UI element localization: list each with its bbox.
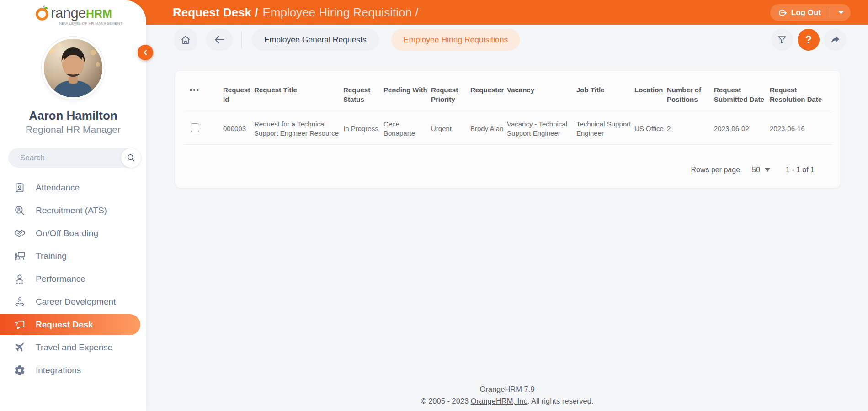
filter-icon xyxy=(777,34,788,45)
footer-copyright: © 2005 - 2023 OrangeHRM, Inc. All rights… xyxy=(146,395,868,407)
table-header-row: ••• Request Id Request Title Request Sta… xyxy=(175,71,840,113)
footer-version: OrangeHRM 7.9 xyxy=(146,383,868,395)
rows-per-page-select[interactable]: 50 xyxy=(752,166,770,174)
sidebar-item-label: Performance xyxy=(36,274,85,284)
cell-job-title: Technical Support Engineer xyxy=(576,120,634,138)
sidebar-item-training[interactable]: Training xyxy=(0,245,146,268)
chevron-left-icon xyxy=(141,48,149,57)
sidebar-item-label: On/Off Boarding xyxy=(36,228,98,238)
onboarding-handshake-icon xyxy=(14,227,26,239)
col-header-request-title: Request Title xyxy=(254,85,343,104)
col-header-request-status: Request Status xyxy=(343,85,383,104)
chevron-down-icon xyxy=(765,168,770,172)
footer: OrangeHRM 7.9 © 2005 - 2023 OrangeHRM, I… xyxy=(146,383,868,407)
tab-employee-hiring-requisitions[interactable]: Employee Hiring Requisitions xyxy=(391,29,521,51)
col-header-request-submitted-date: Request Submitted Date xyxy=(714,85,770,104)
logo-tagline: NEW LEVEL OF HR MANAGEMENT xyxy=(59,21,122,26)
breadcrumb: Request Desk / Employee Hiring Requisiti… xyxy=(173,0,418,25)
toolbar-divider xyxy=(241,31,242,48)
sidebar-item-label: Request Desk xyxy=(36,320,93,330)
home-icon xyxy=(180,34,191,45)
logout-label: Log Out xyxy=(791,8,821,17)
logout-button[interactable]: Log Out xyxy=(770,4,851,21)
sidebar-item-travel-and-expense[interactable]: Travel and Expense xyxy=(0,336,146,359)
logo-row: range HRM xyxy=(34,5,112,21)
sidebar-item-integrations[interactable]: Integrations xyxy=(0,359,146,382)
training-icon xyxy=(14,250,26,262)
cell-pending-with: Cece Bonaparte xyxy=(383,120,431,138)
orangehrm-inc-link[interactable]: OrangeHRM, Inc xyxy=(471,397,527,405)
page-title: Request Desk / xyxy=(173,5,258,20)
sidebar-item-attendance[interactable]: Attendance xyxy=(0,176,146,199)
question-mark-icon: ? xyxy=(805,34,812,46)
attendance-icon xyxy=(14,182,26,194)
user-role: Regional HR Manager xyxy=(0,124,146,135)
recruitment-icon xyxy=(14,205,26,216)
toolbar: Employee General Requests Employee Hirin… xyxy=(174,29,520,51)
travel-plane-icon xyxy=(14,342,26,353)
col-header-location: Location xyxy=(634,85,667,104)
copyright-suffix: . All rights reserved. xyxy=(527,397,594,405)
sidebar-item-performance[interactable]: Performance xyxy=(0,268,146,290)
col-header-job-title: Job Title xyxy=(576,85,634,104)
sidebar-collapse-button[interactable] xyxy=(138,45,153,60)
pagination-range: 1 - 1 of 1 xyxy=(786,166,815,174)
sidebar-item-on-off-boarding[interactable]: On/Off Boarding xyxy=(0,222,146,245)
home-button[interactable] xyxy=(174,29,197,51)
cell-requester: Brody Alan xyxy=(470,124,507,133)
orange-fruit-icon xyxy=(34,5,51,21)
sidebar-item-label: Integrations xyxy=(36,365,81,375)
help-button[interactable]: ? xyxy=(798,29,820,51)
cell-request-id: 000003 xyxy=(223,124,254,133)
sidebar-item-label: Career Development xyxy=(36,297,116,307)
col-header-number-of-positions: Number of Positions xyxy=(667,85,714,104)
rows-per-page-value: 50 xyxy=(752,166,760,174)
tab-employee-general-requests[interactable]: Employee General Requests xyxy=(252,29,379,51)
logout-divider xyxy=(829,8,829,18)
career-development-icon xyxy=(14,296,26,308)
chevron-down-icon xyxy=(838,11,844,14)
share-button[interactable] xyxy=(824,29,846,51)
logo-word-range: range xyxy=(51,5,86,21)
row-select-cell xyxy=(190,123,223,134)
col-header-requester: Requester xyxy=(470,85,507,104)
row-checkbox[interactable] xyxy=(191,123,199,132)
cell-location: US Office xyxy=(634,124,667,133)
cell-request-resolution-date: 2023-06-16 xyxy=(770,124,829,133)
sidebar-item-label: Travel and Expense xyxy=(36,342,112,353)
rows-per-page-label: Rows per page xyxy=(691,166,740,174)
row-divider xyxy=(183,144,832,145)
cell-vacancy: Vacancy - Technical Support Engineer xyxy=(507,120,576,138)
page-subtitle: Employee Hiring Requisition / xyxy=(262,5,418,20)
logo-word-hrm: HRM xyxy=(86,7,112,21)
sidebar-item-label: Training xyxy=(36,251,67,261)
col-header-vacancy: Vacancy xyxy=(507,85,576,104)
sidebar-menu: Attendance Recruitment (ATS) xyxy=(0,176,146,382)
table-row[interactable]: 000003 Request for a Technical Support E… xyxy=(175,113,840,144)
logout-dropdown-button[interactable] xyxy=(833,4,849,21)
arrow-left-icon xyxy=(213,34,225,46)
cell-request-priority: Urgent xyxy=(431,124,470,133)
copyright-prefix: © 2005 - 2023 xyxy=(421,397,470,405)
performance-icon xyxy=(14,273,26,285)
pagination: Rows per page 50 1 - 1 of 1 xyxy=(175,166,840,188)
sidebar-item-career-development[interactable]: Career Development xyxy=(0,290,146,313)
filter-button[interactable] xyxy=(771,29,793,51)
back-button[interactable] xyxy=(206,29,233,51)
search-input[interactable] xyxy=(8,148,121,168)
orangehrm-logo: range HRM NEW LEVEL OF HR MANAGEMENT xyxy=(0,5,146,26)
svg-text:?: ? xyxy=(15,321,18,327)
bulk-actions-menu[interactable]: ••• xyxy=(190,85,200,95)
sidebar-item-recruitment[interactable]: Recruitment (ATS) xyxy=(0,199,146,222)
requisitions-table-card: ••• Request Id Request Title Request Sta… xyxy=(175,71,840,188)
sidebar-search xyxy=(8,148,138,168)
search-button[interactable] xyxy=(121,148,141,168)
sidebar-item-label: Attendance xyxy=(36,183,80,193)
bulk-actions-cell: ••• xyxy=(190,85,223,104)
col-header-request-priority: Request Priority xyxy=(431,85,470,104)
toolbar-right: ? xyxy=(771,29,846,51)
user-avatar xyxy=(44,39,102,97)
col-header-pending-with: Pending With xyxy=(383,85,431,104)
share-icon xyxy=(829,34,841,46)
sidebar-item-request-desk[interactable]: ? Request Desk xyxy=(0,314,140,335)
